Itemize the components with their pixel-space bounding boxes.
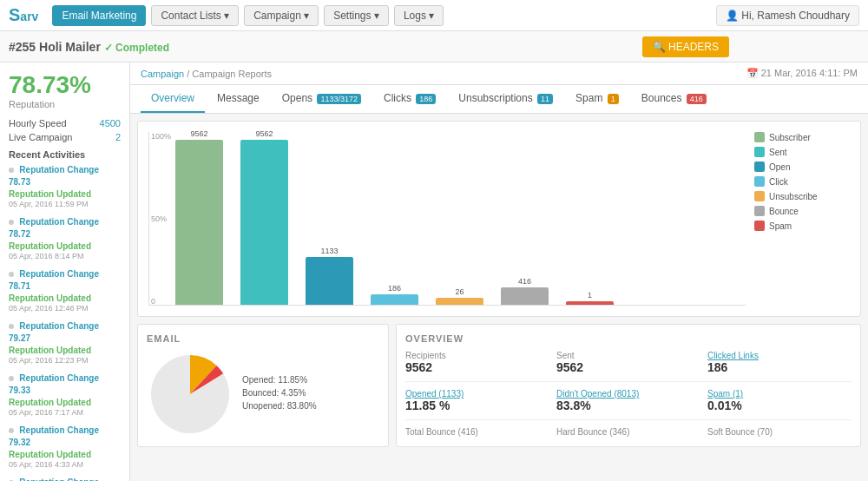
activity-item: Reputation Change 78.71 Reputation Updat… [9,267,121,313]
headers-button[interactable]: 🔍 HEADERS [642,36,729,57]
ov-stat-label: Hard Bounce (346) [556,427,700,437]
tab-badge: 1 [608,94,619,104]
overview-section-title: OVERVIEW [405,333,852,344]
activity-dot [9,324,14,329]
ov-stat-label[interactable]: Spam (1) [707,389,852,399]
tab-bounces[interactable]: Bounces 416 [631,85,717,113]
overview-stat: Total Bounce (416) [405,427,549,437]
activity-item: Reputation Change 79.88 Reputation Updat… [9,476,121,481]
bar [240,140,288,305]
content-area: Campaign / Campaign Reports 📅 21 Mar, 20… [130,63,868,481]
legend-label: Subscriber [769,133,811,142]
bar-value: 1 [588,291,592,300]
chart-section: 100% 50% 0 9562 9562 1133 186 26 416 1 S… [137,121,861,317]
bar-group: 416 [501,277,549,305]
campaign-name: #255 Holi Mailer [9,40,101,54]
bar-group: 26 [436,287,483,305]
bar [306,257,353,305]
main-layout: 78.73% Reputation Hourly Speed 4500 Live… [0,63,868,481]
overview-stat: Opened (1133) 11.85 % [405,389,549,412]
tab-overview[interactable]: Overview [141,85,205,113]
legend-color [754,161,765,172]
legend-label: Open [769,162,790,172]
breadcrumb-current: Campaign Reports [192,69,272,79]
ov-stat-value: 11.85 % [405,399,549,412]
activity-dot [9,220,14,225]
nav-campaign[interactable]: Campaign [244,5,319,26]
tab-opens[interactable]: Opens 1133/3172 [272,85,372,113]
completed-badge: ✓ Completed [104,42,169,54]
bar-value: 416 [518,277,531,286]
campaign-title: #255 Holi Mailer ✓ Completed [9,40,635,54]
hourly-speed-value: 4500 [100,118,121,128]
bounced-label: Bounced: 4.35% [242,388,317,398]
activity-title: Reputation Change 79.33 [9,373,99,395]
activities-list: Reputation Change 78.73 Reputation Updat… [9,163,121,481]
legend-item: Subscriber [754,132,850,142]
ov-stat-label: Sent [556,351,700,360]
bar [566,301,614,305]
ov-stat-label[interactable]: Opened (1133) [405,389,549,399]
ov-stat-label: Soft Bounce (70) [707,427,852,437]
activity-item: Reputation Change 79.27 Reputation Updat… [9,320,121,365]
bar-value: 9562 [255,129,273,138]
hourly-speed-stat: Hourly Speed 4500 [9,118,121,128]
nav-logs[interactable]: Logs [394,5,444,26]
ov-stat-value: 186 [707,360,852,374]
overview-divider-2 [405,419,852,420]
tab-label: Overview [151,92,194,104]
legend-item: Spam [754,221,850,231]
activity-subtitle: Reputation Updated [9,346,91,355]
tabs-bar: OverviewMessageOpens 1133/3172Clicks 186… [130,85,868,114]
opened-label: Opened: 11.85% [242,375,317,385]
ov-stat-label[interactable]: Didn't Opened (8013) [556,389,700,399]
ov-stat-label[interactable]: Clicked Links [707,351,852,360]
unopened-label: Unopened: 83.80% [242,401,317,411]
bar-group: 186 [371,284,418,305]
chart-wrapper: 100% 50% 0 9562 9562 1133 186 26 416 1 S… [148,132,850,306]
activity-subtitle: Reputation Updated [9,189,91,199]
pie-labels: Opened: 11.85% Bounced: 4.35% Unopened: … [242,375,317,414]
breadcrumb-campaign-link[interactable]: Campaign [141,69,184,79]
recent-activities-title: Recent Activities [9,149,121,160]
nav-settings[interactable]: Settings [324,5,389,26]
bar-group: 1133 [306,247,353,305]
bar-group: 9562 [175,129,223,305]
tab-spam[interactable]: Spam 1 [565,85,629,113]
overview-grid-row2: Opened (1133) 11.85 % Didn't Opened (801… [405,389,852,412]
live-campaign-value: 2 [115,132,121,142]
ov-stat-value: 83.8% [556,399,700,412]
top-nav: Sarv Email Marketing Contact Lists Campa… [0,0,868,31]
tab-badge: 1133/3172 [317,94,361,104]
breadcrumb: Campaign / Campaign Reports 📅 21 Mar, 20… [130,63,868,85]
legend-color [754,176,765,187]
bar-group: 9562 [240,129,288,305]
tab-label: Bounces [641,92,682,104]
overview-grid-row3: Total Bounce (416) Hard Bounce (346) Sof… [405,427,852,437]
activity-title: Reputation Change 78.72 [9,217,99,239]
nav-email-marketing[interactable]: Email Marketing [52,5,146,26]
overview-stat: Didn't Opened (8013) 83.8% [556,389,700,412]
bar-group: 1 [566,291,614,305]
activity-item: Reputation Change 78.73 Reputation Updat… [9,163,121,208]
tab-message[interactable]: Message [207,85,270,113]
live-campaign-stat: Live Campaign 2 [9,132,121,142]
activity-title: Reputation Change 79.32 [9,425,99,447]
tab-unsubscriptions[interactable]: Unsubscriptions 11 [448,85,563,113]
overview-stat: Hard Bounce (346) [556,427,700,437]
user-icon: 👤 [726,10,741,22]
tab-clicks[interactable]: Clicks 186 [373,85,446,113]
sidebar: 78.73% Reputation Hourly Speed 4500 Live… [0,63,130,481]
activity-subtitle: Reputation Updated [9,398,91,407]
breadcrumb-date-text: 21 Mar, 2016 4:11: PM [761,68,858,78]
ov-stat-value: 9562 [556,360,700,374]
nav-contact-lists[interactable]: Contact Lists [151,5,239,26]
tab-label: Clicks [384,92,411,104]
activity-subtitle: Reputation Updated [9,293,91,303]
hourly-speed-label: Hourly Speed [9,118,67,128]
activity-title: Reputation Change 79.27 [9,321,99,343]
activity-date: 05 Apr, 2016 11:59 PM [9,200,121,208]
live-campaign-label: Live Campaign [9,132,72,142]
legend-label: Click [769,177,788,187]
overview-stat: Soft Bounce (70) [707,427,852,437]
